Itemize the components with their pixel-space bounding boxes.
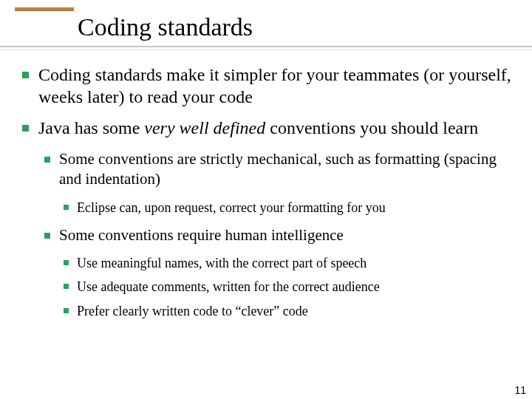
- list-item: Some conventions require human intellige…: [38, 225, 519, 320]
- bullet-icon: [64, 284, 69, 289]
- list-item: Use adequate comments, written for the c…: [59, 278, 519, 296]
- text-run: Java has some: [38, 118, 144, 137]
- bullet-icon: [22, 125, 29, 132]
- bullet-list-level3: Use meaningful names, with the correct p…: [59, 254, 519, 320]
- bullet-text: Prefer clearly written code to “clever” …: [77, 304, 308, 318]
- bullet-text: Java has some very well defined conventi…: [38, 118, 478, 137]
- bullet-icon: [64, 308, 69, 313]
- page-number: 11: [514, 384, 526, 396]
- bullet-icon: [44, 233, 50, 239]
- bullet-text: Eclipse can, upon request, correct your …: [77, 200, 386, 215]
- list-item: Some conventions are strictly mechanical…: [38, 149, 519, 216]
- list-item: Java has some very well defined conventi…: [16, 117, 519, 320]
- bullet-icon: [64, 260, 69, 265]
- slide-title-block: Coding standards: [0, 0, 532, 50]
- slide-title: Coding standards: [78, 13, 532, 41]
- bullet-list-level2: Some conventions are strictly mechanical…: [38, 149, 519, 320]
- list-item: Use meaningful names, with the correct p…: [59, 254, 519, 272]
- text-run-italic: very well defined: [144, 118, 265, 137]
- bullet-text: Some conventions are strictly mechanical…: [59, 150, 497, 188]
- title-accent-rule: [15, 7, 74, 10]
- bullet-text: Coding standards make it simpler for you…: [38, 65, 511, 106]
- list-item: Coding standards make it simpler for you…: [16, 64, 519, 108]
- bullet-icon: [44, 157, 50, 163]
- bullet-icon: [22, 72, 29, 78]
- text-run: conventions you should learn: [265, 118, 478, 137]
- bullet-text: Use adequate comments, written for the c…: [77, 279, 380, 294]
- bullet-text: Some conventions require human intellige…: [59, 226, 344, 244]
- bullet-text: Use meaningful names, with the correct p…: [77, 256, 366, 270]
- slide-body: Coding standards make it simpler for you…: [0, 50, 532, 320]
- list-item: Eclipse can, upon request, correct your …: [59, 199, 519, 216]
- title-underline: [0, 46, 532, 50]
- bullet-list-level3: Eclipse can, upon request, correct your …: [59, 199, 519, 216]
- bullet-list-level1: Coding standards make it simpler for you…: [16, 64, 519, 320]
- bullet-icon: [64, 205, 69, 210]
- list-item: Prefer clearly written code to “clever” …: [59, 302, 519, 320]
